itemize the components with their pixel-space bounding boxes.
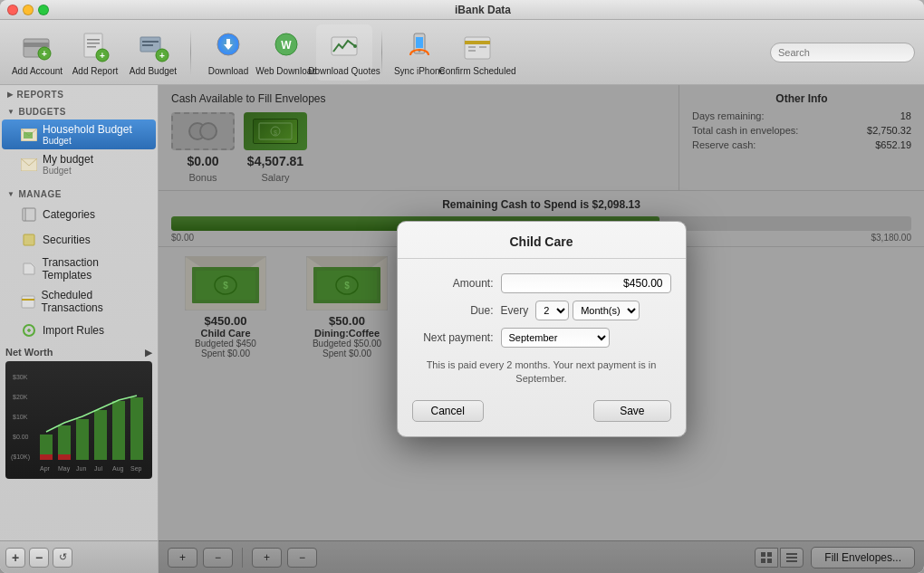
modal-info-text: This is paid every 2 months. Your next p…: [398, 351, 686, 394]
svg-text:Jun: Jun: [76, 465, 86, 472]
modal-next-payment-select[interactable]: SeptemberOctoberNovember: [501, 328, 610, 348]
add-budget-label: Add Budget: [130, 66, 177, 76]
close-button[interactable]: [7, 5, 18, 15]
search-input[interactable]: [770, 43, 915, 62]
sidebar-item-scheduled-transactions[interactable]: Scheduled Transactions: [2, 285, 156, 318]
toolbar-sep-1: [190, 30, 191, 75]
download-icon: [210, 28, 246, 64]
svg-rect-45: [76, 419, 89, 460]
modal-title: Child Care: [398, 222, 686, 259]
svg-text:$30K: $30K: [13, 374, 28, 380]
modal-amount-row: Amount:: [398, 270, 686, 297]
svg-text:+: +: [42, 49, 47, 59]
download-label: Download: [208, 66, 248, 76]
modal-period-select[interactable]: Month(s)Week(s)Year(s): [573, 301, 640, 320]
sidebar-budgets-header: ▼ BUDGETS: [0, 102, 158, 119]
maximize-button[interactable]: [38, 5, 49, 15]
svg-text:+: +: [100, 51, 105, 61]
svg-rect-22: [416, 37, 423, 48]
svg-rect-1: [24, 43, 49, 47]
svg-rect-48: [130, 397, 143, 460]
envelope-icon: [20, 126, 38, 144]
svg-text:Jul: Jul: [94, 465, 102, 472]
svg-text:$20K: $20K: [13, 394, 28, 400]
sidebar-scroll: ▶ REPORTS ▼ BUDGETS: [0, 85, 158, 540]
toolbar-sep-2: [381, 30, 382, 75]
confirm-scheduled-button[interactable]: Confirm Scheduled: [449, 24, 505, 81]
add-account-button[interactable]: + Add Account: [9, 24, 65, 81]
modal-buttons: Cancel Save: [398, 393, 686, 422]
modal-amount-input[interactable]: [501, 273, 671, 293]
web-download-icon: W: [268, 28, 304, 64]
sidebar-refresh-button[interactable]: ↺: [53, 548, 72, 568]
minimize-button[interactable]: [23, 5, 34, 15]
svg-rect-27: [468, 50, 476, 52]
modal-cancel-button[interactable]: Cancel: [412, 400, 484, 422]
add-report-label: Add Report: [72, 66, 119, 76]
svg-text:$10K: $10K: [13, 414, 28, 420]
download-button[interactable]: Download: [200, 24, 256, 81]
toolbar: + Add Account + Add Report: [0, 20, 924, 85]
svg-point-20: [353, 44, 357, 48]
sidebar-item-import-rules[interactable]: Import Rules: [2, 318, 156, 343]
sidebar-remove-button[interactable]: −: [29, 548, 49, 568]
main-window: iBank Data + Add Account: [0, 0, 924, 573]
svg-rect-35: [22, 296, 34, 308]
svg-rect-36: [22, 299, 34, 301]
download-quotes-icon: [326, 28, 362, 64]
net-worth-header: Net Worth ▶: [5, 347, 152, 358]
net-worth-chart: $30K $20K $10K $0.00 ($10K): [5, 361, 152, 479]
sidebar-item-transaction-templates[interactable]: Transaction Templates: [2, 253, 156, 285]
sidebar-item-categories[interactable]: Categories: [2, 202, 156, 227]
toolbar-group-1: + Add Account + Add Report: [9, 24, 181, 81]
manage-label: MANAGE: [18, 189, 61, 199]
toolbar-group-2: Download W Web Download: [200, 24, 372, 81]
download-quotes-button[interactable]: Download Quotes: [316, 24, 372, 81]
add-account-label: Add Account: [12, 66, 63, 76]
net-worth-label: Net Worth: [5, 347, 53, 358]
svg-rect-12: [142, 44, 153, 46]
add-budget-icon: +: [135, 28, 171, 64]
svg-rect-49: [40, 454, 53, 460]
svg-rect-30: [24, 132, 33, 138]
svg-text:Sep: Sep: [130, 465, 142, 473]
svg-text:+: +: [159, 51, 165, 61]
confirm-scheduled-icon: [459, 28, 496, 64]
sidebar-item-household-budget[interactable]: Household Budget Budget: [2, 119, 156, 149]
svg-rect-16: [226, 39, 230, 48]
net-worth-arrow-icon: ▶: [145, 348, 152, 358]
web-download-button[interactable]: W Web Download: [258, 24, 314, 81]
scheduled-transactions-icon: [20, 292, 37, 310]
modal-every-select[interactable]: 213: [535, 301, 569, 320]
sidebar-manage-header: ▼ MANAGE: [0, 185, 158, 202]
sidebar-bottom-toolbar: + − ↺: [0, 540, 158, 573]
add-budget-button[interactable]: + Add Budget: [125, 24, 181, 81]
svg-text:W: W: [281, 39, 292, 52]
add-account-icon: +: [19, 28, 55, 64]
svg-text:Aug: Aug: [112, 465, 124, 473]
svg-rect-7: [87, 46, 96, 48]
sidebar-add-button[interactable]: +: [5, 548, 25, 568]
modal-due-label: Due:: [412, 304, 494, 317]
add-report-button[interactable]: + Add Report: [67, 24, 123, 81]
add-report-icon: +: [77, 28, 113, 64]
net-worth-section: Net Worth ▶ $30K $20K $10K $0.00 ($10K): [0, 343, 158, 482]
svg-text:Apr: Apr: [40, 465, 51, 473]
reports-label: REPORTS: [17, 90, 64, 100]
svg-text:May: May: [58, 465, 71, 473]
reports-triangle-icon: ▶: [7, 91, 14, 99]
svg-rect-6: [87, 43, 100, 44]
modal-next-payment-label: Next payment:: [412, 331, 494, 344]
content-inner: Cash Available to Fill Envelopes $0.00 B…: [159, 85, 924, 573]
budgets-triangle-icon: ▼: [7, 108, 14, 116]
svg-rect-32: [23, 208, 35, 221]
sidebar: ▶ REPORTS ▼ BUDGETS: [0, 85, 159, 573]
household-budget-text: Household Budget Budget: [43, 123, 132, 146]
sidebar-item-securities[interactable]: Securities: [2, 227, 156, 253]
modal-save-button[interactable]: Save: [593, 400, 670, 422]
sidebar-item-my-budget[interactable]: My budget Budget: [2, 149, 156, 179]
transaction-templates-icon: [20, 260, 38, 278]
svg-rect-47: [112, 401, 125, 460]
svg-rect-5: [87, 39, 100, 41]
svg-rect-11: [142, 41, 159, 43]
